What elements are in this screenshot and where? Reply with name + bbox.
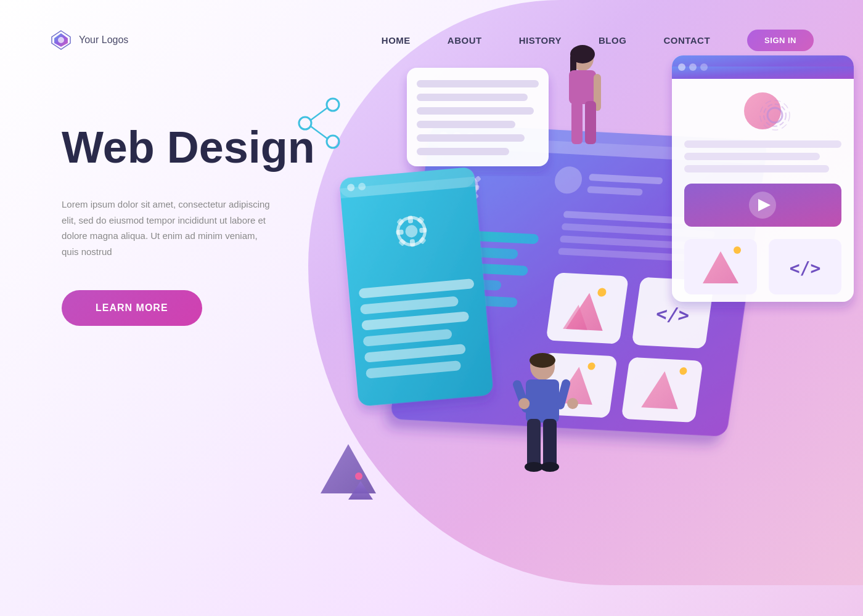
svg-line-7 [311, 126, 327, 139]
svg-point-108 [530, 353, 555, 368]
svg-point-4 [327, 99, 339, 111]
svg-line-6 [311, 108, 327, 120]
hero-content: Web Design Lorem ipsum dolor sit amet, c… [62, 123, 321, 326]
hero-title: Web Design [62, 123, 321, 172]
svg-rect-68 [684, 140, 841, 148]
svg-rect-114 [527, 419, 541, 468]
svg-rect-105 [571, 101, 583, 144]
svg-rect-60 [417, 148, 509, 155]
svg-point-76 [734, 246, 741, 254]
svg-rect-87 [410, 239, 415, 247]
svg-text:</>: </> [655, 302, 691, 326]
svg-rect-57 [417, 107, 534, 115]
svg-rect-89 [419, 227, 427, 233]
logo-text: Your Logos [79, 34, 128, 46]
svg-rect-69 [684, 153, 820, 160]
navigation: HOME ABOUT HISTORY BLOG CONTACT [382, 35, 710, 46]
svg-text:</>: </> [790, 258, 821, 278]
nav-about[interactable]: ABOUT [448, 35, 482, 46]
svg-point-117 [541, 462, 559, 472]
svg-rect-88 [396, 230, 404, 235]
svg-point-113 [567, 398, 578, 409]
svg-rect-115 [543, 419, 557, 468]
svg-point-2 [58, 37, 64, 43]
svg-point-5 [327, 136, 339, 148]
header: Your Logos HOME ABOUT HISTORY BLOG CONTA… [0, 0, 863, 80]
sign-in-button[interactable]: SIGN IN [747, 30, 814, 51]
svg-point-3 [299, 117, 311, 129]
nav-history[interactable]: HISTORY [519, 35, 562, 46]
svg-point-116 [525, 462, 543, 472]
share-icon [296, 95, 345, 153]
nav-blog[interactable]: BLOG [599, 35, 626, 46]
logo-area: Your Logos [49, 28, 128, 52]
logo-icon [49, 28, 73, 52]
svg-rect-55 [417, 80, 539, 87]
page-wrapper: Your Logos HOME ABOUT HISTORY BLOG CONTA… [0, 0, 863, 616]
learn-more-button[interactable]: LEARN MORE [62, 290, 202, 326]
svg-rect-70 [684, 165, 829, 172]
svg-rect-58 [417, 121, 515, 128]
nav-contact[interactable]: CONTACT [663, 35, 710, 46]
svg-rect-59 [417, 134, 525, 142]
svg-point-8 [767, 108, 782, 123]
nav-home[interactable]: HOME [382, 35, 411, 46]
hero-description: Lorem ipsum dolor sit amet, consectetur … [62, 197, 271, 259]
svg-rect-106 [585, 101, 596, 144]
svg-rect-109 [526, 379, 559, 423]
svg-rect-86 [407, 216, 413, 224]
svg-point-10 [760, 100, 790, 130]
gear-decoration-icon [755, 95, 795, 138]
svg-rect-56 [417, 94, 528, 101]
